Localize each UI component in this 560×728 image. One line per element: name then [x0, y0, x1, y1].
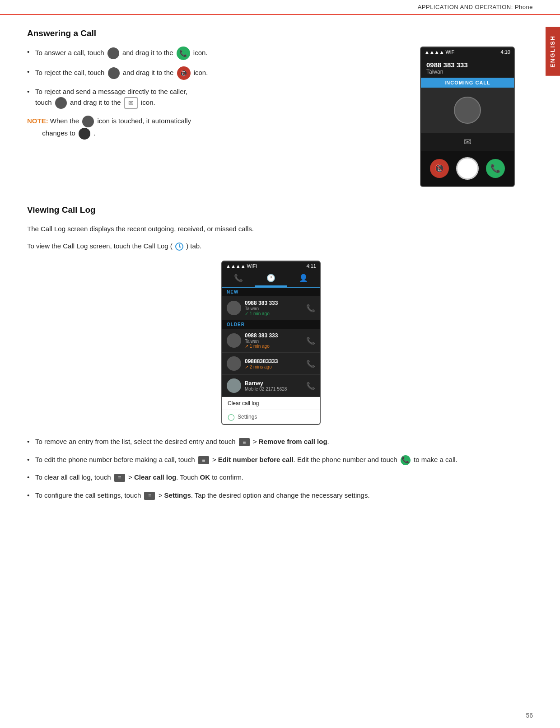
- bottom-bullet-4: To configure the call settings, touch > …: [27, 490, 515, 501]
- viewing-para2: To view the Call Log screen, touch the C…: [27, 240, 515, 252]
- caller-location: Taiwan: [426, 69, 509, 75]
- cl-row-2-info: 0988 383 333 Taiwan ↗ 1 min ago: [245, 332, 303, 349]
- green-phone-icon: [177, 47, 190, 60]
- cl-row-1-number: 0988 383 333: [245, 300, 303, 306]
- make-call-icon: [401, 455, 411, 465]
- bottom-bullet-1: To remove an entry from the list, select…: [27, 436, 515, 448]
- cl-row-4-sub: Mobile 02 2171 5628: [245, 387, 303, 392]
- bb1-action: > Remove from call log.: [253, 438, 329, 445]
- answering-text: To answer a call, touch and drag it to t…: [27, 47, 406, 140]
- note-icon-2: [79, 128, 90, 140]
- cl-menu-clear[interactable]: Clear call log: [222, 397, 320, 410]
- menu-icon-2: [198, 456, 209, 464]
- bb3-action: > Clear call log. Touch OK to confirm.: [128, 473, 243, 481]
- call-log-screenshot-wrap: ▲▲▲▲ WiFi 4:11 📞 🕐 👤 NEW 0988 383 333 Ta: [27, 261, 515, 425]
- settings-circle-icon: ◯: [228, 413, 235, 420]
- note-icon-1: [82, 116, 94, 127]
- answering-bullets: To answer a call, touch and drag it to t…: [27, 47, 406, 109]
- cl-row-3: 09888383333 ↗ 2 mins ago 📞: [222, 353, 320, 375]
- note-block: NOTE: When the icon is touched, it autom…: [27, 115, 406, 140]
- cl-row-3-number: 09888383333: [245, 358, 303, 364]
- cl-row-2: 0988 383 333 Taiwan ↗ 1 min ago 📞: [222, 329, 320, 353]
- menu-icon-3: [114, 474, 125, 482]
- bullet2-text-before: To reject the call, touch: [35, 69, 107, 76]
- bb1-text: To remove an entry from the list, select…: [35, 438, 238, 445]
- reject-button[interactable]: 📵: [430, 159, 449, 178]
- bullet1-text-after: icon.: [193, 49, 208, 56]
- incoming-call-label: INCOMING CALL: [421, 78, 514, 88]
- bb2-text2: to make a call.: [414, 456, 457, 463]
- cl-row-4-name: Barney: [245, 380, 303, 387]
- avatar-area: [421, 88, 514, 133]
- viewing-section-title: Viewing Call Log: [27, 205, 515, 215]
- caller-info: 0988 383 333 Taiwan: [421, 56, 514, 78]
- cl-tabs: 📞 🕐 👤: [222, 271, 320, 288]
- cl-row-3-avatar: [227, 356, 241, 371]
- cl-section-new: NEW: [222, 288, 320, 296]
- cl-section-older: OLDER: [222, 320, 320, 329]
- cl-menu-clear-label: Clear call log: [228, 400, 259, 406]
- bullet3-text-middle: and drag it to the: [70, 98, 123, 106]
- note-label: NOTE:: [27, 117, 48, 125]
- cl-row-1-info: 0988 383 333 Taiwan ✓ 1 min ago: [245, 300, 303, 316]
- cl-tab-phone[interactable]: 📞: [222, 271, 255, 287]
- drag-button[interactable]: [456, 157, 479, 180]
- cl-row-1-sub: Taiwan: [245, 306, 303, 311]
- cl-row-3-time: ↗ 2 mins ago: [245, 364, 303, 369]
- menu-icon-1: [239, 438, 250, 446]
- answer-icon: 📞: [490, 163, 500, 173]
- cl-row-2-call-icon[interactable]: 📞: [306, 336, 315, 345]
- cl-row-2-number: 0988 383 333: [245, 332, 303, 339]
- para2-text: To view the Call Log screen, touch the C…: [27, 242, 173, 250]
- call-controls: 📵 📞: [421, 151, 514, 186]
- answering-phone-screenshot: ▲▲▲▲ WiFi 4:10 0988 383 333 Taiwan INCOM…: [420, 47, 515, 187]
- clock-icon: [175, 243, 183, 251]
- cl-menu-settings[interactable]: ◯ Settings: [222, 410, 320, 424]
- cl-row-2-time: ↗ 1 min ago: [245, 344, 303, 349]
- bottom-bullet-3: To clear all call log, touch > Clear cal…: [27, 471, 515, 483]
- cl-row-1-time: ✓ 1 min ago: [245, 311, 303, 316]
- cl-menu-settings-label: Settings: [238, 414, 257, 420]
- call-log-phone: ▲▲▲▲ WiFi 4:11 📞 🕐 👤 NEW 0988 383 333 Ta: [221, 261, 321, 425]
- bb2-action: > Edit number before call. Edit the phon…: [212, 456, 399, 463]
- bb3-text: To clear all call log, touch: [35, 473, 113, 481]
- cl-row-1: 0988 383 333 Taiwan ✓ 1 min ago 📞: [222, 296, 320, 320]
- bb4-action: > Settings. Tap the desired option and c…: [159, 491, 370, 499]
- cl-time: 4:11: [307, 263, 316, 269]
- cl-row-4-info: Barney Mobile 02 2171 5628: [245, 380, 303, 392]
- drag-circle-icon-3: [55, 97, 67, 109]
- bottom-bullet-2: To edit the phone number before making a…: [27, 454, 515, 466]
- cl-row-4-call-icon[interactable]: 📞: [306, 382, 315, 390]
- caller-number: 0988 383 333: [426, 61, 509, 69]
- bullet2-text-after: icon.: [194, 69, 208, 76]
- cl-row-1-avatar: [227, 301, 241, 315]
- cl-row-4: Barney Mobile 02 2171 5628 📞: [222, 375, 320, 397]
- cl-row-2-avatar: [227, 333, 241, 348]
- cl-tab-contact[interactable]: 👤: [287, 271, 320, 287]
- menu-icon-4: [144, 492, 155, 500]
- bb4-text: To configure the call settings, touch: [35, 491, 143, 499]
- bullet2-text-middle: and drag it to the: [123, 69, 176, 76]
- language-tab: ENGLISH: [546, 27, 560, 76]
- cl-status-bar: ▲▲▲▲ WiFi 4:11: [222, 261, 320, 271]
- header-title: APPLICATION AND OPERATION: Phone: [418, 4, 533, 10]
- answer-button[interactable]: 📞: [486, 159, 505, 178]
- page-number: 56: [526, 712, 533, 719]
- cl-signal: ▲▲▲▲ WiFi: [226, 263, 257, 269]
- cl-row-1-call-icon[interactable]: 📞: [306, 304, 315, 313]
- cl-row-3-info: 09888383333 ↗ 2 mins ago: [245, 358, 303, 369]
- cl-row-3-call-icon[interactable]: 📞: [306, 359, 315, 368]
- caller-avatar: [454, 97, 481, 124]
- viewing-para1: The Call Log screen displays the recent …: [27, 223, 515, 235]
- status-time: 4:10: [501, 49, 510, 55]
- cl-tab-clock[interactable]: 🕐: [255, 271, 287, 287]
- bullet-reject-message: To reject and send a message directly to…: [27, 86, 406, 109]
- answering-layout: To answer a call, touch and drag it to t…: [27, 47, 515, 187]
- note-text: When the: [50, 117, 81, 125]
- phone-msg-icon: ✉: [464, 136, 471, 147]
- bb2-text: To edit the phone number before making a…: [35, 456, 197, 463]
- page-header: APPLICATION AND OPERATION: Phone: [0, 0, 560, 15]
- reject-icon: 📵: [434, 163, 444, 173]
- bullet-reject-call: To reject the call, touch and drag it to…: [27, 66, 406, 80]
- answering-section-title: Answering a Call: [27, 28, 515, 38]
